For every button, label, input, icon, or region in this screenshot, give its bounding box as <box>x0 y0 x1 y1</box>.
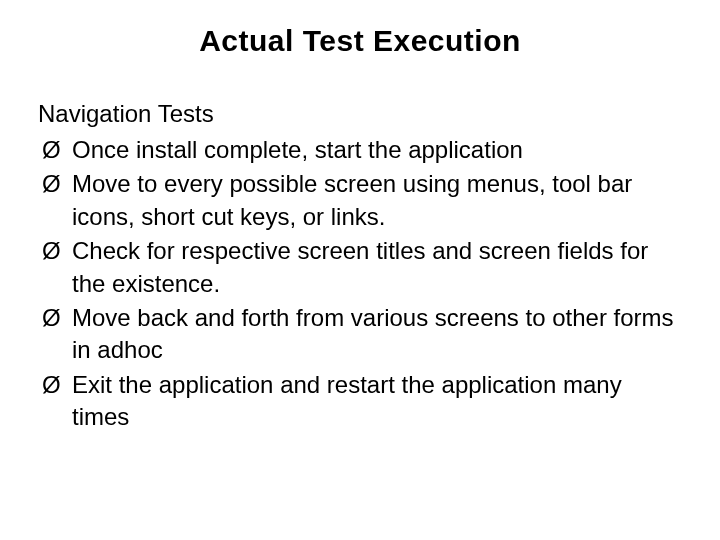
bullet-text: Check for respective screen titles and s… <box>72 237 648 296</box>
bullet-text: Exit the application and restart the app… <box>72 371 622 430</box>
list-item: Ø Move to every possible screen using me… <box>42 168 684 233</box>
bullet-icon: Ø <box>42 369 61 401</box>
list-item: Ø Exit the application and restart the a… <box>42 369 684 434</box>
bullet-text: Once install complete, start the applica… <box>72 136 523 163</box>
section-subtitle: Navigation Tests <box>38 100 684 128</box>
list-item: Ø Once install complete, start the appli… <box>42 134 684 166</box>
bullet-list: Ø Once install complete, start the appli… <box>42 134 684 434</box>
bullet-icon: Ø <box>42 134 61 166</box>
bullet-text: Move to every possible screen using menu… <box>72 170 632 229</box>
list-item: Ø Check for respective screen titles and… <box>42 235 684 300</box>
bullet-icon: Ø <box>42 168 61 200</box>
slide-title: Actual Test Execution <box>36 24 684 58</box>
bullet-icon: Ø <box>42 302 61 334</box>
list-item: Ø Move back and forth from various scree… <box>42 302 684 367</box>
bullet-icon: Ø <box>42 235 61 267</box>
bullet-text: Move back and forth from various screens… <box>72 304 674 363</box>
